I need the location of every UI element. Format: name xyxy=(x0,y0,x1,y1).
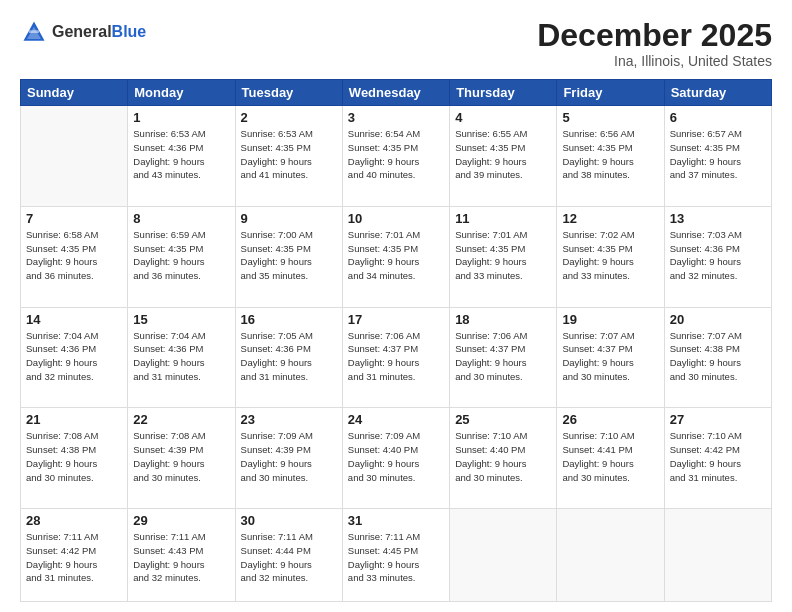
day-info: Sunrise: 6:58 AMSunset: 4:35 PMDaylight:… xyxy=(26,228,122,283)
table-row: 20Sunrise: 7:07 AMSunset: 4:38 PMDayligh… xyxy=(664,307,771,408)
table-row: 29Sunrise: 7:11 AMSunset: 4:43 PMDayligh… xyxy=(128,509,235,602)
day-number: 2 xyxy=(241,110,337,125)
table-row: 15Sunrise: 7:04 AMSunset: 4:36 PMDayligh… xyxy=(128,307,235,408)
day-number: 10 xyxy=(348,211,444,226)
table-row: 24Sunrise: 7:09 AMSunset: 4:40 PMDayligh… xyxy=(342,408,449,509)
day-number: 12 xyxy=(562,211,658,226)
calendar-week-row: 7Sunrise: 6:58 AMSunset: 4:35 PMDaylight… xyxy=(21,206,772,307)
day-number: 7 xyxy=(26,211,122,226)
table-row: 19Sunrise: 7:07 AMSunset: 4:37 PMDayligh… xyxy=(557,307,664,408)
day-info: Sunrise: 7:11 AMSunset: 4:44 PMDaylight:… xyxy=(241,530,337,585)
header: GeneralBlue December 2025 Ina, Illinois,… xyxy=(20,18,772,69)
col-monday: Monday xyxy=(128,80,235,106)
table-row xyxy=(450,509,557,602)
table-row: 17Sunrise: 7:06 AMSunset: 4:37 PMDayligh… xyxy=(342,307,449,408)
col-saturday: Saturday xyxy=(664,80,771,106)
calendar-table: Sunday Monday Tuesday Wednesday Thursday… xyxy=(20,79,772,602)
table-row: 23Sunrise: 7:09 AMSunset: 4:39 PMDayligh… xyxy=(235,408,342,509)
table-row: 21Sunrise: 7:08 AMSunset: 4:38 PMDayligh… xyxy=(21,408,128,509)
logo: GeneralBlue xyxy=(20,18,146,46)
day-number: 25 xyxy=(455,412,551,427)
day-info: Sunrise: 6:53 AMSunset: 4:36 PMDaylight:… xyxy=(133,127,229,182)
day-info: Sunrise: 7:01 AMSunset: 4:35 PMDaylight:… xyxy=(348,228,444,283)
day-info: Sunrise: 7:06 AMSunset: 4:37 PMDaylight:… xyxy=(348,329,444,384)
day-number: 8 xyxy=(133,211,229,226)
day-number: 24 xyxy=(348,412,444,427)
table-row xyxy=(664,509,771,602)
page: GeneralBlue December 2025 Ina, Illinois,… xyxy=(0,0,792,612)
table-row xyxy=(557,509,664,602)
day-info: Sunrise: 7:04 AMSunset: 4:36 PMDaylight:… xyxy=(26,329,122,384)
day-info: Sunrise: 6:56 AMSunset: 4:35 PMDaylight:… xyxy=(562,127,658,182)
day-number: 14 xyxy=(26,312,122,327)
table-row: 25Sunrise: 7:10 AMSunset: 4:40 PMDayligh… xyxy=(450,408,557,509)
day-info: Sunrise: 7:08 AMSunset: 4:39 PMDaylight:… xyxy=(133,429,229,484)
day-number: 6 xyxy=(670,110,766,125)
table-row: 9Sunrise: 7:00 AMSunset: 4:35 PMDaylight… xyxy=(235,206,342,307)
table-row: 26Sunrise: 7:10 AMSunset: 4:41 PMDayligh… xyxy=(557,408,664,509)
day-info: Sunrise: 7:10 AMSunset: 4:42 PMDaylight:… xyxy=(670,429,766,484)
table-row: 31Sunrise: 7:11 AMSunset: 4:45 PMDayligh… xyxy=(342,509,449,602)
day-number: 13 xyxy=(670,211,766,226)
day-number: 9 xyxy=(241,211,337,226)
col-thursday: Thursday xyxy=(450,80,557,106)
day-number: 22 xyxy=(133,412,229,427)
logo-general: General xyxy=(52,23,112,40)
day-info: Sunrise: 6:53 AMSunset: 4:35 PMDaylight:… xyxy=(241,127,337,182)
calendar-week-row: 1Sunrise: 6:53 AMSunset: 4:36 PMDaylight… xyxy=(21,106,772,207)
table-row: 27Sunrise: 7:10 AMSunset: 4:42 PMDayligh… xyxy=(664,408,771,509)
day-number: 28 xyxy=(26,513,122,528)
day-number: 5 xyxy=(562,110,658,125)
table-row: 18Sunrise: 7:06 AMSunset: 4:37 PMDayligh… xyxy=(450,307,557,408)
day-number: 23 xyxy=(241,412,337,427)
table-row: 30Sunrise: 7:11 AMSunset: 4:44 PMDayligh… xyxy=(235,509,342,602)
day-info: Sunrise: 7:03 AMSunset: 4:36 PMDaylight:… xyxy=(670,228,766,283)
table-row: 16Sunrise: 7:05 AMSunset: 4:36 PMDayligh… xyxy=(235,307,342,408)
day-number: 26 xyxy=(562,412,658,427)
col-wednesday: Wednesday xyxy=(342,80,449,106)
day-info: Sunrise: 6:59 AMSunset: 4:35 PMDaylight:… xyxy=(133,228,229,283)
day-number: 17 xyxy=(348,312,444,327)
day-info: Sunrise: 7:11 AMSunset: 4:43 PMDaylight:… xyxy=(133,530,229,585)
logo-icon xyxy=(20,18,48,46)
table-row: 2Sunrise: 6:53 AMSunset: 4:35 PMDaylight… xyxy=(235,106,342,207)
day-info: Sunrise: 7:11 AMSunset: 4:45 PMDaylight:… xyxy=(348,530,444,585)
col-sunday: Sunday xyxy=(21,80,128,106)
day-info: Sunrise: 7:00 AMSunset: 4:35 PMDaylight:… xyxy=(241,228,337,283)
col-friday: Friday xyxy=(557,80,664,106)
day-number: 4 xyxy=(455,110,551,125)
day-info: Sunrise: 7:07 AMSunset: 4:37 PMDaylight:… xyxy=(562,329,658,384)
table-row: 14Sunrise: 7:04 AMSunset: 4:36 PMDayligh… xyxy=(21,307,128,408)
day-number: 31 xyxy=(348,513,444,528)
table-row: 13Sunrise: 7:03 AMSunset: 4:36 PMDayligh… xyxy=(664,206,771,307)
day-number: 29 xyxy=(133,513,229,528)
day-number: 16 xyxy=(241,312,337,327)
day-info: Sunrise: 7:01 AMSunset: 4:35 PMDaylight:… xyxy=(455,228,551,283)
day-info: Sunrise: 7:06 AMSunset: 4:37 PMDaylight:… xyxy=(455,329,551,384)
day-number: 11 xyxy=(455,211,551,226)
day-info: Sunrise: 7:08 AMSunset: 4:38 PMDaylight:… xyxy=(26,429,122,484)
day-info: Sunrise: 7:10 AMSunset: 4:41 PMDaylight:… xyxy=(562,429,658,484)
month-title: December 2025 xyxy=(537,18,772,53)
logo-text: GeneralBlue xyxy=(52,23,146,41)
day-number: 20 xyxy=(670,312,766,327)
calendar-week-row: 28Sunrise: 7:11 AMSunset: 4:42 PMDayligh… xyxy=(21,509,772,602)
day-info: Sunrise: 7:04 AMSunset: 4:36 PMDaylight:… xyxy=(133,329,229,384)
table-row: 10Sunrise: 7:01 AMSunset: 4:35 PMDayligh… xyxy=(342,206,449,307)
day-info: Sunrise: 7:02 AMSunset: 4:35 PMDaylight:… xyxy=(562,228,658,283)
table-row: 3Sunrise: 6:54 AMSunset: 4:35 PMDaylight… xyxy=(342,106,449,207)
table-row: 28Sunrise: 7:11 AMSunset: 4:42 PMDayligh… xyxy=(21,509,128,602)
table-row: 7Sunrise: 6:58 AMSunset: 4:35 PMDaylight… xyxy=(21,206,128,307)
table-row: 1Sunrise: 6:53 AMSunset: 4:36 PMDaylight… xyxy=(128,106,235,207)
logo-blue: Blue xyxy=(112,23,147,40)
day-number: 15 xyxy=(133,312,229,327)
day-info: Sunrise: 7:09 AMSunset: 4:40 PMDaylight:… xyxy=(348,429,444,484)
table-row: 12Sunrise: 7:02 AMSunset: 4:35 PMDayligh… xyxy=(557,206,664,307)
day-info: Sunrise: 6:55 AMSunset: 4:35 PMDaylight:… xyxy=(455,127,551,182)
title-block: December 2025 Ina, Illinois, United Stat… xyxy=(537,18,772,69)
location: Ina, Illinois, United States xyxy=(537,53,772,69)
day-number: 27 xyxy=(670,412,766,427)
day-info: Sunrise: 7:09 AMSunset: 4:39 PMDaylight:… xyxy=(241,429,337,484)
table-row: 22Sunrise: 7:08 AMSunset: 4:39 PMDayligh… xyxy=(128,408,235,509)
day-info: Sunrise: 7:10 AMSunset: 4:40 PMDaylight:… xyxy=(455,429,551,484)
